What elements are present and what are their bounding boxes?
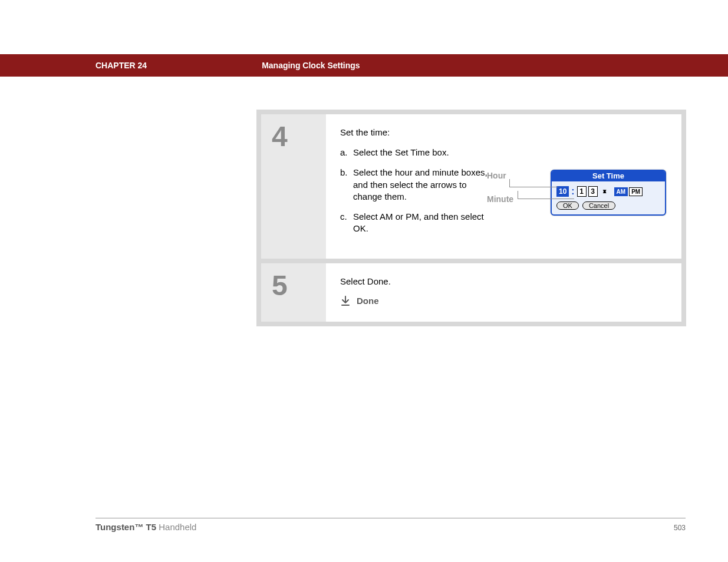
substep-text: Select AM or PM, and then select OK.	[353, 211, 493, 235]
chapter-title: Managing Clock Settings	[262, 61, 360, 70]
step-4-substeps: a. Select the Set Time box. b. Select th…	[340, 147, 493, 235]
cancel-button[interactable]: Cancel	[582, 201, 615, 210]
footer-product: Tungsten™ T5 Handheld	[95, 522, 196, 533]
step-5-title: Select Done.	[340, 276, 667, 286]
am-toggle[interactable]: AM	[614, 187, 628, 196]
done-indicator: Done	[340, 296, 667, 306]
chapter-header-bar: CHAPTER 24 Managing Clock Settings	[0, 54, 728, 77]
substep-text: Select the hour and minute boxes, and th…	[353, 167, 493, 203]
step-4-row: 4 Set the time: a. Select the Set Time b…	[261, 114, 681, 259]
page-root: CHAPTER 24 Managing Clock Settings 4 Set…	[0, 0, 728, 562]
step-number-cell: 5	[261, 263, 326, 322]
set-time-figure: Hour Minute Set Time 10 : 1 3	[551, 170, 666, 216]
page-number: 503	[674, 524, 686, 532]
callout-minute-line	[518, 191, 574, 199]
callout-minute-label: Minute	[487, 194, 513, 204]
ok-button[interactable]: OK	[556, 201, 579, 210]
callout-hour-label: Hour	[487, 171, 506, 180]
pm-toggle[interactable]: PM	[629, 187, 643, 196]
dialog-title: Set Time	[552, 171, 665, 181]
footer-product-bold: Tungsten™ T5	[95, 522, 156, 532]
minute-tens-box[interactable]: 1	[577, 186, 587, 197]
step-body: Select Done. Done	[326, 263, 681, 322]
substep-marker: c.	[340, 211, 353, 235]
substep-marker: b.	[340, 167, 353, 203]
substep-b: b. Select the hour and minute boxes, and…	[340, 167, 493, 203]
chapter-label: CHAPTER 24	[95, 61, 147, 70]
step-body: Set the time: a. Select the Set Time box…	[326, 114, 681, 259]
substep-a: a. Select the Set Time box.	[340, 147, 493, 158]
footer-product-light: Handheld	[156, 522, 196, 532]
step-number: 5	[272, 272, 315, 300]
step-number-cell: 4	[261, 114, 326, 259]
done-label: Done	[357, 296, 379, 306]
dialog-buttons: OK Cancel	[556, 201, 660, 211]
step-4-title: Set the time:	[340, 127, 667, 137]
substep-text: Select the Set Time box.	[353, 147, 493, 158]
callout-hour-line	[509, 179, 558, 187]
step-5-row: 5 Select Done. Done	[261, 263, 681, 322]
step-number: 4	[272, 123, 315, 151]
substep-c: c. Select AM or PM, and then select OK.	[340, 211, 493, 235]
instruction-block: 4 Set the time: a. Select the Set Time b…	[256, 110, 686, 326]
ampm-group: AM PM	[614, 187, 643, 196]
download-arrow-icon	[340, 296, 351, 306]
minute-ones-box[interactable]: 3	[588, 186, 598, 197]
substep-marker: a.	[340, 147, 353, 158]
page-footer: Tungsten™ T5 Handheld 503	[95, 518, 686, 533]
